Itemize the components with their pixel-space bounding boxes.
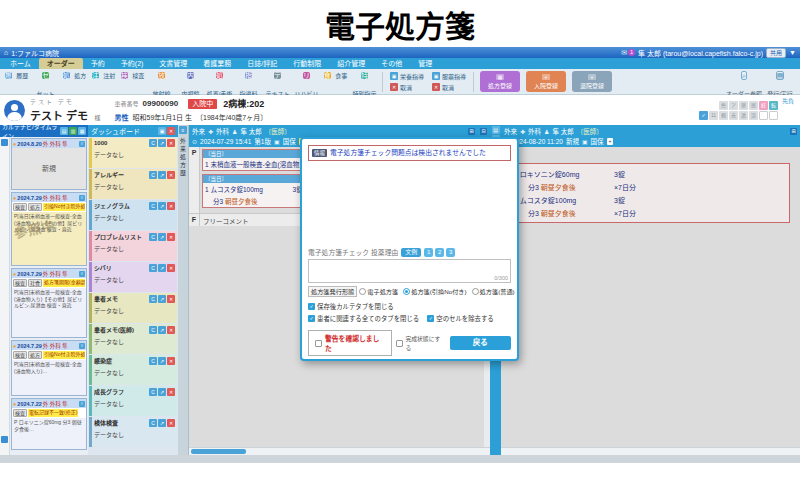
card-refresh-icon[interactable]: C <box>149 419 157 427</box>
mode-chip[interactable]: 共用 <box>766 48 786 58</box>
card-expand-icon[interactable]: ↗ <box>158 295 166 303</box>
admit-register-button[interactable]: + 入院登録 <box>526 71 566 92</box>
card-menu-icon[interactable]: ≡ <box>79 343 85 349</box>
confirm-warning-checkbox[interactable]: 警告を確認しました <box>308 330 392 356</box>
card-close-icon[interactable]: ✕ <box>167 171 175 179</box>
tool-label: 処方 <box>74 73 86 79</box>
prescription-register-button[interactable]: ▦ 処方登録 <box>480 71 520 92</box>
timeline-card[interactable]: ● 2024.7.22 外 外科 隼 ≡ 検査 電転記録不一致(修正) P ロキ… <box>11 398 87 450</box>
card-expand-icon[interactable]: ↗ <box>158 233 166 241</box>
issue-form-radio[interactable]: 処方箋(引換No付き) <box>403 287 466 296</box>
issue-form-radio[interactable]: 処方箋(普通) <box>472 287 515 296</box>
issue-form-radio[interactable]: 電子処方箋 <box>359 287 398 296</box>
panel-maximize-icon[interactable]: ⊞ <box>468 128 475 135</box>
user-dropdown-icon[interactable]: ▼ <box>789 49 796 56</box>
scrollbar-thumb[interactable] <box>191 449 246 454</box>
card-close-icon[interactable]: ✕ <box>167 233 175 241</box>
card-refresh-icon[interactable]: C <box>149 139 157 147</box>
dashboard-close-icon[interactable]: ✕ <box>167 127 175 135</box>
card-close-icon[interactable]: ✕ <box>167 295 175 303</box>
patient-flag[interactable]: 熱 <box>719 101 728 110</box>
card-expand-icon[interactable]: ↗ <box>158 388 166 396</box>
card-close-icon[interactable]: ✕ <box>167 202 175 210</box>
dialog-checkbox[interactable]: ✓ 患者に関連する全てのタブを閉じる <box>308 314 419 323</box>
card-expand-icon[interactable]: ↗ <box>158 357 166 365</box>
reason-textarea[interactable]: 0/300 <box>308 259 511 283</box>
timeline-card[interactable]: ● 2024.8.20 外 外科 隼 ≡ 新規 <box>11 138 87 190</box>
card-expand-icon[interactable]: ↗ <box>158 419 166 427</box>
patient-flag[interactable]: 薬 <box>739 101 748 110</box>
karte-tab-strip[interactable]: ≡ 外来処方歴 <box>178 125 189 455</box>
menu-tab[interactable]: 管理 <box>410 58 440 69</box>
card-refresh-icon[interactable]: C <box>149 171 157 179</box>
strip-list-icon[interactable]: ▤ <box>492 126 500 134</box>
navigator-marker[interactable] <box>1 436 8 443</box>
card-expand-icon[interactable]: ↗ <box>158 202 166 210</box>
patient-flag[interactable]: 親 <box>719 111 728 120</box>
patient-flag[interactable]: 去 <box>729 111 738 120</box>
horizontal-scrollbar[interactable] <box>189 447 490 455</box>
card-refresh-icon[interactable]: C <box>149 295 157 303</box>
card-menu-icon[interactable]: ≡ <box>79 401 85 407</box>
card-refresh-icon[interactable]: C <box>149 202 157 210</box>
patient-flag[interactable]: 転 <box>769 101 778 110</box>
visit-type: 外来 <box>192 126 205 136</box>
horizontal-scrollbar[interactable] <box>501 447 800 455</box>
card-refresh-icon[interactable]: C <box>149 388 157 396</box>
timeline-card[interactable]: ● 2024.7.29 外 外科 隼 ≡ 検査 処方 引換No付き院外処方 P[… <box>11 192 87 266</box>
card-menu-icon[interactable]: ≡ <box>79 141 85 147</box>
strip-menu-icon[interactable]: ≡ <box>179 126 187 134</box>
timeline-card[interactable]: ● 2024.7.29 外 外科 隼 ≡ 検査 処方 引換No付き院外処方 P[… <box>11 340 87 396</box>
panel-maximize-icon[interactable]: ⊞ <box>790 128 797 135</box>
panel-minimize-icon[interactable]: ⊟ <box>480 128 487 135</box>
dashboard-maximize-icon[interactable]: ▣ <box>158 127 166 135</box>
card-close-icon[interactable]: ✕ <box>167 326 175 334</box>
card-menu-icon[interactable]: ≡ <box>79 271 85 277</box>
back-button[interactable]: 戻る <box>450 336 511 350</box>
timeline-view-icon[interactable]: ▤ <box>60 127 68 135</box>
card-expand-icon[interactable]: ↗ <box>158 264 166 272</box>
mail-button[interactable]: ✉ 1 <box>621 49 635 57</box>
patient-flag[interactable]: 透 <box>739 111 748 120</box>
navigator-marker[interactable] <box>1 139 8 146</box>
patient-flag[interactable] <box>759 111 768 120</box>
card-expand-icon[interactable]: ↗ <box>158 171 166 179</box>
card-menu-icon[interactable]: ≡ <box>79 195 85 201</box>
patient-flag[interactable]: ア <box>729 101 738 110</box>
complete-state-checkbox[interactable]: 完成状態にする <box>396 334 445 352</box>
cancel-button[interactable]: ✕ 取消 <box>432 83 466 92</box>
example-number-button[interactable]: 3 <box>446 248 455 257</box>
patient-flag[interactable] <box>769 111 778 120</box>
timeline-expand-icon[interactable]: ▦ <box>78 127 86 135</box>
add-tag-button[interactable]: + <box>607 138 614 145</box>
card-refresh-icon[interactable]: C <box>149 264 157 272</box>
dialog-checkbox[interactable]: ✓ 保存後カルテタブを閉じる <box>308 302 394 311</box>
card-close-icon[interactable]: ✕ <box>167 139 175 147</box>
card-expand-icon[interactable]: ↗ <box>158 139 166 147</box>
discharge-register-button[interactable]: + 退院登録 <box>572 71 612 92</box>
timeline-card[interactable]: ● 2024.7.29 外 外科 隼 ≡ 検査 社食 処方箋期限(金額超) P[… <box>11 268 87 338</box>
prescription-box[interactable]: 1 ロキソニン錠60mg 3錠 分3 朝昼夕食後 ×7日分 <box>509 163 790 223</box>
card-close-icon[interactable]: ✕ <box>167 264 175 272</box>
patient-flag[interactable]: 談 <box>749 111 758 120</box>
cancel-button[interactable]: ✕ 取消 <box>390 83 424 92</box>
patient-flag[interactable]: ✓ <box>699 111 708 120</box>
example-number-button[interactable]: 2 <box>435 248 444 257</box>
card-close-icon[interactable]: ✕ <box>167 388 175 396</box>
dialog-checkbox[interactable]: ✓ 空のセルを除去する <box>427 314 494 323</box>
card-expand-icon[interactable]: ↗ <box>158 326 166 334</box>
patient-flag[interactable]: 感 <box>749 101 758 110</box>
card-refresh-icon[interactable]: C <box>149 326 157 334</box>
patient-flag[interactable]: 妊 <box>759 101 768 110</box>
guidance-button[interactable]: ▣ 栄養指導 <box>390 72 424 81</box>
guidance-button[interactable]: ▣ 服薬指導 <box>432 72 466 81</box>
card-close-icon[interactable]: ✕ <box>167 357 175 365</box>
timeline-filter-icon[interactable]: ▥ <box>69 127 77 135</box>
navigator-strip[interactable] <box>0 137 10 455</box>
example-number-button[interactable]: 1 <box>424 248 433 257</box>
card-refresh-icon[interactable]: C <box>149 357 157 365</box>
example-text-button[interactable]: 文例 <box>401 248 421 257</box>
patient-flag[interactable]: 11 <box>709 111 718 120</box>
card-close-icon[interactable]: ✕ <box>167 419 175 427</box>
card-refresh-icon[interactable]: C <box>149 233 157 241</box>
